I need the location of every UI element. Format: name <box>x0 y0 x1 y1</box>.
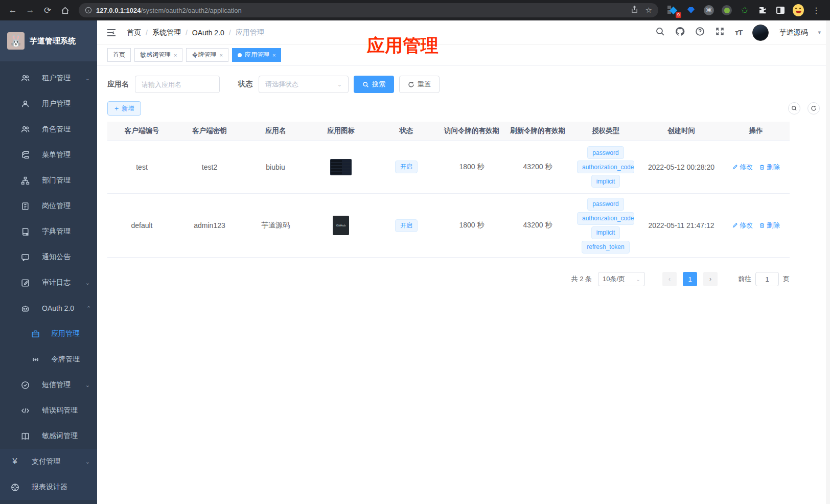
tags-view-bar: 首页 敏感词管理× 令牌管理× 应用管理× <box>97 45 830 65</box>
side-panel-icon[interactable] <box>775 5 786 16</box>
tab-token-mgmt[interactable]: 令牌管理× <box>186 48 228 62</box>
sidebar-item-report-designer[interactable]: 报表设计器 <box>0 474 97 500</box>
sidebar-item-pay[interactable]: ¥ 支付管理 ⌄ <box>0 449 97 474</box>
status-badge: 开启 <box>395 219 418 232</box>
sidebar-item-errcode[interactable]: 错误码管理 <box>0 398 97 423</box>
github-icon[interactable] <box>675 27 685 38</box>
add-button[interactable]: + 新增 <box>107 101 141 116</box>
chevron-down-icon: ⌄ <box>337 81 342 88</box>
browser-back-button[interactable]: ← <box>5 3 20 18</box>
app-name-input[interactable] <box>135 76 220 93</box>
sidebar-logo-row[interactable]: 🐰 芋道管理系统 <box>0 20 97 61</box>
refresh-table-button[interactable] <box>808 102 820 114</box>
site-info-icon[interactable] <box>85 7 92 14</box>
shield-check-icon <box>20 380 30 390</box>
gem-extension-icon[interactable] <box>685 5 697 16</box>
sidebar-collapse-icon[interactable] <box>106 27 118 38</box>
extension-icon[interactable]: 9 <box>667 5 679 16</box>
browser-toolbar: ← → ⟳ 127.0.0.1:1024/system/oauth2/oauth… <box>0 0 830 20</box>
star-extension-icon[interactable]: ✩ <box>739 5 750 16</box>
app-icon-thumbnail <box>330 159 352 175</box>
edit-button[interactable]: 修改 <box>732 163 753 172</box>
tab-sensitive-word[interactable]: 敏感词管理× <box>134 48 182 62</box>
page-scrollbar[interactable] <box>826 20 830 504</box>
page-number-button[interactable]: 1 <box>683 272 697 286</box>
chevron-down-icon: ⌄ <box>85 459 90 465</box>
breadcrumb-home[interactable]: 首页 <box>127 28 141 37</box>
close-icon[interactable]: × <box>174 52 177 58</box>
browser-extensions: 9 ⌘ ✩ ⋮ <box>664 5 825 16</box>
sidebar-item-oauth-token[interactable]: 令牌管理 <box>0 347 97 372</box>
search-icon[interactable] <box>655 27 665 38</box>
report-designer-icon <box>10 483 19 492</box>
status-badge: 开启 <box>395 161 418 173</box>
delete-button[interactable]: 删除 <box>759 221 780 230</box>
goto-label: 前往 <box>738 274 751 284</box>
dictionary-icon <box>20 227 30 236</box>
breadcrumb-system[interactable]: 系统管理 <box>152 28 181 37</box>
close-icon[interactable]: × <box>219 52 222 58</box>
search-button[interactable]: 搜索 <box>354 76 394 93</box>
extensions-puzzle-icon[interactable] <box>757 5 768 16</box>
share-icon[interactable] <box>631 6 638 13</box>
breadcrumb-oauth[interactable]: OAuth 2.0 <box>192 29 224 37</box>
reset-button[interactable]: 重置 <box>399 76 440 93</box>
command-extension-icon[interactable]: ⌘ <box>703 5 714 16</box>
chevron-down-icon: ⌄ <box>85 75 90 82</box>
grant-type-tags: password authorization_code implicit ref… <box>571 198 640 254</box>
search-icon <box>362 81 369 88</box>
goto-page-input[interactable] <box>755 272 779 286</box>
prev-page-button[interactable]: ‹ <box>662 272 677 286</box>
sidebar-item-post[interactable]: 岗位管理 <box>0 193 97 219</box>
applications-table: 客户端编号 客户端密钥 应用名 应用图标 状态 访问令牌的有效期 刷新令牌的有效… <box>107 122 790 258</box>
help-icon[interactable] <box>695 27 705 38</box>
sidebar-item-role[interactable]: 角色管理 <box>0 117 97 142</box>
browser-reload-button[interactable]: ⟳ <box>40 3 55 18</box>
sidebar-item-audit-log[interactable]: 审计日志 ⌄ <box>0 270 97 295</box>
sidebar-item-notice[interactable]: 通知公告 <box>0 244 97 270</box>
sidebar: 🐰 芋道管理系统 租户管理 ⌄ 用户管理 角色管理 菜单管理 <box>0 20 97 504</box>
next-page-button[interactable]: › <box>703 272 718 286</box>
bookmark-star-icon[interactable]: ☆ <box>645 6 652 15</box>
token-signal-icon <box>31 355 40 364</box>
tab-home[interactable]: 首页 <box>107 48 131 62</box>
close-icon[interactable]: × <box>272 52 275 58</box>
sidebar-item-oauth-application[interactable]: 应用管理 <box>0 321 97 347</box>
page-size-select[interactable]: 10条/页⌄ <box>598 272 645 286</box>
browser-address-bar[interactable]: 127.0.0.1:1024/system/oauth2/oauth2/appl… <box>79 3 658 17</box>
fullscreen-icon[interactable] <box>715 27 725 38</box>
sidebar-item-menu-mgmt[interactable]: 菜单管理 <box>0 142 97 168</box>
sidebar-item-oauth[interactable]: OAuth 2.0 ⌃ <box>0 295 97 321</box>
role-users-icon <box>20 125 30 134</box>
edit-button[interactable]: 修改 <box>732 221 753 230</box>
sidebar-item-dept[interactable]: 部门管理 <box>0 168 97 193</box>
org-chart-icon <box>20 176 30 185</box>
chevron-down-icon: ⌄ <box>636 277 640 282</box>
show-search-toggle-button[interactable] <box>788 102 800 114</box>
sidebar-item-sms[interactable]: 短信管理 ⌄ <box>0 372 97 398</box>
breadcrumb: 首页 / 系统管理 / OAuth 2.0 / 应用管理 <box>127 28 264 37</box>
edit-icon <box>732 164 738 170</box>
plus-icon: + <box>114 104 119 112</box>
sidebar-item-dict[interactable]: 字典管理 <box>0 219 97 244</box>
user-avatar[interactable] <box>752 25 769 41</box>
browser-forward-button[interactable]: → <box>22 3 38 18</box>
font-size-icon[interactable]: тT <box>735 28 743 37</box>
browser-home-button[interactable] <box>57 3 73 18</box>
browser-profile-avatar[interactable] <box>793 5 804 16</box>
browser-menu-icon[interactable]: ⋮ <box>811 5 822 16</box>
user-menu-caret-icon[interactable]: ▾ <box>818 29 821 36</box>
chevron-down-icon: ⌄ <box>85 382 90 388</box>
query-form: 应用名 状态 请选择状态⌄ 搜索 重置 <box>107 76 820 93</box>
active-dot <box>238 53 242 57</box>
tab-application-mgmt[interactable]: 应用管理× <box>232 48 281 62</box>
delete-button[interactable]: 删除 <box>759 163 780 172</box>
table-row: default admin123 芋道源码 GitHub 开启 1800 秒 4… <box>107 194 790 258</box>
sidebar-item-user[interactable]: 用户管理 <box>0 91 97 117</box>
status-label: 状态 <box>238 80 252 89</box>
status-select[interactable]: 请选择状态⌄ <box>259 76 349 93</box>
yen-icon: ¥ <box>10 457 19 466</box>
recorder-extension-icon[interactable] <box>721 5 732 16</box>
sidebar-item-sensitive-word[interactable]: 敏感词管理 <box>0 423 97 449</box>
sidebar-item-tenant[interactable]: 租户管理 ⌄ <box>0 65 97 91</box>
